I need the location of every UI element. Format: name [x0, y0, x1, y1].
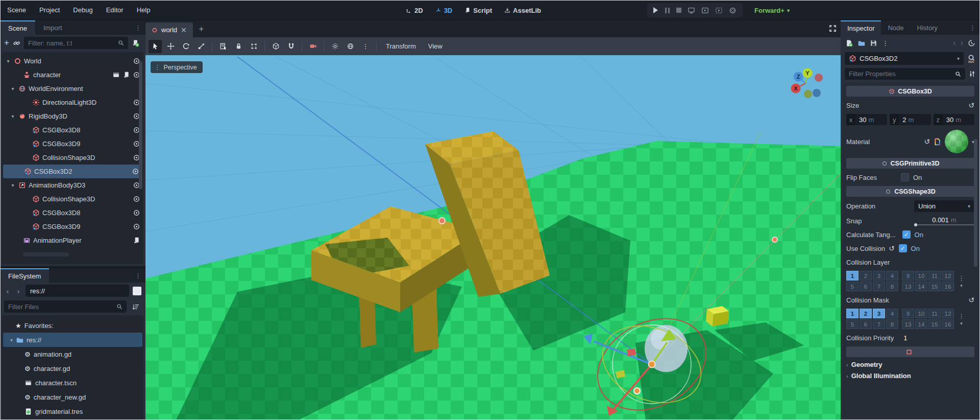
class-header-csgbox3d[interactable]: CSGBox3D [846, 86, 974, 97]
distraction-free-icon[interactable] [829, 25, 837, 32]
tab-filesystem[interactable]: FileSystem [0, 268, 49, 283]
file-animation-gd[interactable]: ⚙animation.gd [2, 347, 143, 361]
workspace-3d[interactable]: 3D [435, 7, 453, 14]
stop-button[interactable] [676, 8, 681, 13]
nav-back-icon[interactable]: ‹ [4, 287, 11, 295]
collapse-arrow-icon[interactable]: ▾ [10, 86, 16, 91]
folder-res[interactable]: ▾res:// [3, 333, 142, 347]
collision-bit-16[interactable]: 16 [942, 319, 954, 329]
revert-icon[interactable]: ↺ [889, 245, 895, 252]
menu-editor[interactable]: Editor [106, 6, 124, 14]
collision-bit-13[interactable]: 13 [902, 282, 914, 291]
tab-history[interactable]: History [911, 20, 944, 35]
tab-node[interactable]: Node [881, 20, 910, 35]
collision-bit-4[interactable]: 4 [886, 271, 898, 281]
collision-bit-2[interactable]: 2 [860, 309, 872, 318]
collision-bit-14[interactable]: 14 [915, 319, 927, 329]
history-forward-icon[interactable]: › [961, 38, 963, 48]
open-docs-icon[interactable] [967, 54, 976, 63]
size-x-field[interactable]: x30m [846, 114, 887, 125]
dock-menu-icon[interactable]: ⋮ [131, 268, 145, 283]
collision-bit-1[interactable]: 1 [846, 309, 859, 318]
collision-bit-7[interactable]: 7 [873, 282, 885, 291]
size-y-field[interactable]: y2m [890, 114, 930, 125]
scene-node-csgbox3d9[interactable]: CSGBox3D9 [2, 137, 143, 151]
collision-bit-12[interactable]: 12 [942, 309, 954, 318]
collision-bit-12[interactable]: 12 [942, 271, 954, 281]
collision-bit-2[interactable]: 2 [860, 271, 872, 281]
movie-maker-button[interactable] [729, 7, 737, 14]
collision-bit-5[interactable]: 5 [846, 319, 859, 329]
group-node-button[interactable] [247, 40, 260, 53]
scene-node-directionallight3d[interactable]: DirectionalLight3D [2, 96, 143, 109]
collision-bit-3[interactable]: 3 [873, 309, 885, 318]
scene-node-csgbox3d8-2[interactable]: CSGBox3D8 [2, 206, 143, 220]
use-snap-button[interactable] [284, 40, 298, 53]
collision-bit-5[interactable]: 5 [846, 282, 859, 291]
resource-options-icon[interactable]: ⋮ [882, 39, 889, 47]
collision-bit-6[interactable]: 6 [860, 319, 872, 329]
collision-bit-4[interactable]: 4 [886, 309, 898, 318]
class-header-geometryinstance3d[interactable] [846, 346, 974, 357]
scale-tool-button[interactable] [194, 40, 208, 53]
collision-bit-10[interactable]: 10 [915, 271, 927, 281]
visibility-icon[interactable] [133, 223, 140, 230]
scene-node-character[interactable]: character [2, 68, 143, 82]
tab-inspector[interactable]: Inspector [841, 20, 881, 35]
camera-override-button[interactable] [306, 40, 320, 53]
file-character-gd[interactable]: ⚙character.gd [2, 361, 143, 376]
menu-scene[interactable]: Scene [7, 6, 26, 14]
save-resource-icon[interactable] [870, 39, 877, 47]
scene-node-world[interactable]: ▾World [2, 54, 143, 68]
play-button[interactable] [653, 7, 658, 13]
grid-options-icon[interactable]: ⋮ [958, 274, 965, 282]
scene-node-csgbox3d8[interactable]: CSGBox3D8 [2, 123, 143, 137]
collision-bit-11[interactable]: 11 [928, 309, 941, 318]
group-geometry[interactable]: ›Geometry [846, 361, 974, 368]
collision-bit-9[interactable]: 9 [902, 271, 914, 281]
visibility-icon[interactable] [133, 195, 140, 203]
collision-bit-1[interactable]: 1 [846, 271, 859, 281]
scene-node-collisionshape3d-2[interactable]: CollisionShape3D [2, 192, 143, 206]
collision-bit-8[interactable]: 8 [886, 282, 898, 291]
collision-bit-15[interactable]: 15 [928, 282, 941, 291]
inspector-scrollbar[interactable] [974, 139, 977, 267]
scene-node-csgbox3d2-selected[interactable]: CSGBox3D2 [3, 165, 142, 178]
scene-tab-world[interactable]: world ✕ [145, 22, 193, 37]
material-preview-sphere[interactable] [945, 130, 968, 153]
scene-node-rigidbody3d[interactable]: ▾RigidBody3D [2, 109, 143, 123]
checkbox-unchecked[interactable] [901, 173, 909, 181]
workspace-2d[interactable]: 2D [406, 7, 423, 14]
local-space-button[interactable] [269, 40, 282, 53]
current-path[interactable]: res:// [26, 285, 129, 297]
collision-bit-13[interactable]: 13 [902, 319, 914, 329]
collision-bit-14[interactable]: 14 [915, 282, 927, 291]
checkbox-checked[interactable]: ✓ [902, 230, 911, 239]
scene-filter-input[interactable] [28, 39, 118, 47]
collision-bit-16[interactable]: 16 [942, 282, 954, 291]
property-tune-icon[interactable] [968, 70, 976, 78]
collision-bit-15[interactable]: 15 [928, 319, 941, 329]
visibility-icon[interactable] [132, 168, 139, 175]
menu-debug[interactable]: Debug [73, 6, 92, 14]
lock-node-button[interactable] [232, 40, 245, 53]
revert-icon[interactable]: ↺ [968, 296, 974, 304]
class-header-csgprimitive3d[interactable]: CSGPrimitive3D [846, 158, 974, 169]
property-filter-input[interactable] [849, 70, 955, 78]
file-filter-input[interactable] [8, 303, 116, 311]
file-character-new-gd[interactable]: ⚙character_new.gd [2, 390, 143, 404]
grid-options-icon[interactable]: ⋮ [958, 312, 965, 320]
pause-button[interactable] [664, 8, 670, 13]
visibility-icon[interactable] [133, 209, 140, 217]
renderer-selector[interactable]: Forward+▾ [754, 0, 790, 20]
sun-preview-button[interactable] [328, 40, 341, 53]
collision-bit-11[interactable]: 11 [928, 271, 941, 281]
nav-forward-icon[interactable]: › [15, 287, 22, 295]
file-gridmaterial-tres[interactable]: gridmaterial.tres [2, 404, 143, 418]
revert-icon[interactable]: ↺ [924, 138, 930, 145]
file-sort-button[interactable] [130, 301, 141, 312]
checkbox-checked[interactable]: ✓ [899, 244, 907, 252]
size-z-field[interactable]: z30m [934, 114, 974, 125]
scene-tree-scrollbar[interactable] [139, 61, 142, 189]
new-resource-icon[interactable] [845, 39, 853, 47]
